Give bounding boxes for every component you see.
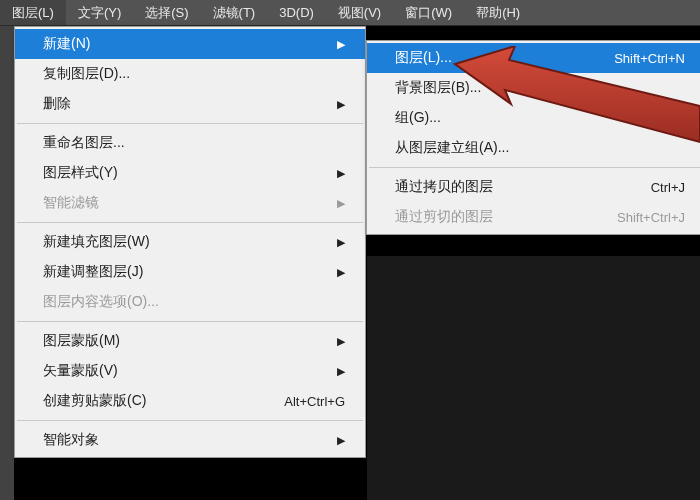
- menubar-item-filter[interactable]: 滤镜(T): [201, 0, 268, 25]
- menu-item-delete[interactable]: 删除 ▶: [15, 89, 365, 119]
- menu-item-vector-mask[interactable]: 矢量蒙版(V) ▶: [15, 356, 365, 386]
- menu-item-label: 图层(L)...: [395, 49, 594, 67]
- canvas-area: [367, 256, 700, 500]
- submenu-item-layer-via-cut: 通过剪切的图层 Shift+Ctrl+J: [367, 202, 700, 232]
- menu-separator: [17, 222, 363, 223]
- menu-item-label: 新建(N): [43, 35, 317, 53]
- submenu-arrow-icon: ▶: [337, 167, 345, 180]
- menubar-item-layer[interactable]: 图层(L): [0, 0, 66, 25]
- new-submenu-dropdown: 图层(L)... Shift+Ctrl+N 背景图层(B)... 组(G)...…: [366, 40, 700, 235]
- menubar-item-select[interactable]: 选择(S): [133, 0, 200, 25]
- menu-item-layer-content-options: 图层内容选项(O)...: [15, 287, 365, 317]
- menu-item-duplicate-layer[interactable]: 复制图层(D)...: [15, 59, 365, 89]
- menu-item-new[interactable]: 新建(N) ▶: [15, 29, 365, 59]
- menu-item-shortcut: Alt+Ctrl+G: [284, 394, 345, 409]
- menu-item-label: 背景图层(B)...: [395, 79, 685, 97]
- menubar-item-window[interactable]: 窗口(W): [393, 0, 464, 25]
- menu-item-rename-layer[interactable]: 重命名图层...: [15, 128, 365, 158]
- menu-item-label: 图层蒙版(M): [43, 332, 317, 350]
- menu-item-label: 重命名图层...: [43, 134, 345, 152]
- menu-item-shortcut: Shift+Ctrl+J: [617, 210, 685, 225]
- menu-item-create-clipping-mask[interactable]: 创建剪贴蒙版(C) Alt+Ctrl+G: [15, 386, 365, 416]
- menubar-item-3d[interactable]: 3D(D): [267, 0, 326, 25]
- menubar-item-view[interactable]: 视图(V): [326, 0, 393, 25]
- submenu-item-layer[interactable]: 图层(L)... Shift+Ctrl+N: [367, 43, 700, 73]
- tool-strip: [0, 26, 14, 500]
- submenu-arrow-icon: ▶: [337, 365, 345, 378]
- menu-item-smart-object[interactable]: 智能对象 ▶: [15, 425, 365, 455]
- menu-separator: [369, 167, 700, 168]
- submenu-arrow-icon: ▶: [337, 335, 345, 348]
- menu-item-label: 组(G)...: [395, 109, 685, 127]
- menubar-item-help[interactable]: 帮助(H): [464, 0, 532, 25]
- menu-item-layer-mask[interactable]: 图层蒙版(M) ▶: [15, 326, 365, 356]
- menu-item-new-fill-layer[interactable]: 新建填充图层(W) ▶: [15, 227, 365, 257]
- menu-item-label: 复制图层(D)...: [43, 65, 345, 83]
- menu-item-shortcut: Shift+Ctrl+N: [614, 51, 685, 66]
- submenu-arrow-icon: ▶: [337, 434, 345, 447]
- menubar: 图层(L) 文字(Y) 选择(S) 滤镜(T) 3D(D) 视图(V) 窗口(W…: [0, 0, 700, 26]
- menu-separator: [17, 123, 363, 124]
- menu-item-label: 新建填充图层(W): [43, 233, 317, 251]
- menu-item-label: 通过拷贝的图层: [395, 178, 631, 196]
- menu-item-label: 图层样式(Y): [43, 164, 317, 182]
- menu-item-label: 智能对象: [43, 431, 317, 449]
- submenu-item-background-layer[interactable]: 背景图层(B)...: [367, 73, 700, 103]
- menu-item-label: 新建调整图层(J): [43, 263, 317, 281]
- submenu-arrow-icon: ▶: [337, 197, 345, 210]
- layer-menu-dropdown: 新建(N) ▶ 复制图层(D)... 删除 ▶ 重命名图层... 图层样式(Y)…: [14, 26, 366, 458]
- submenu-arrow-icon: ▶: [337, 266, 345, 279]
- submenu-item-layer-via-copy[interactable]: 通过拷贝的图层 Ctrl+J: [367, 172, 700, 202]
- menu-item-layer-style[interactable]: 图层样式(Y) ▶: [15, 158, 365, 188]
- submenu-arrow-icon: ▶: [337, 236, 345, 249]
- submenu-arrow-icon: ▶: [337, 98, 345, 111]
- menu-item-label: 从图层建立组(A)...: [395, 139, 685, 157]
- menubar-item-type[interactable]: 文字(Y): [66, 0, 133, 25]
- menu-item-label: 图层内容选项(O)...: [43, 293, 345, 311]
- menu-item-label: 删除: [43, 95, 317, 113]
- menu-item-label: 创建剪贴蒙版(C): [43, 392, 264, 410]
- submenu-arrow-icon: ▶: [337, 38, 345, 51]
- menu-separator: [17, 420, 363, 421]
- submenu-item-group[interactable]: 组(G)...: [367, 103, 700, 133]
- menu-item-label: 矢量蒙版(V): [43, 362, 317, 380]
- menu-item-label: 智能滤镜: [43, 194, 317, 212]
- menu-item-shortcut: Ctrl+J: [651, 180, 685, 195]
- menu-separator: [17, 321, 363, 322]
- submenu-item-group-from-layers[interactable]: 从图层建立组(A)...: [367, 133, 700, 163]
- menu-item-new-adjustment-layer[interactable]: 新建调整图层(J) ▶: [15, 257, 365, 287]
- menu-item-smart-filter: 智能滤镜 ▶: [15, 188, 365, 218]
- menu-item-label: 通过剪切的图层: [395, 208, 597, 226]
